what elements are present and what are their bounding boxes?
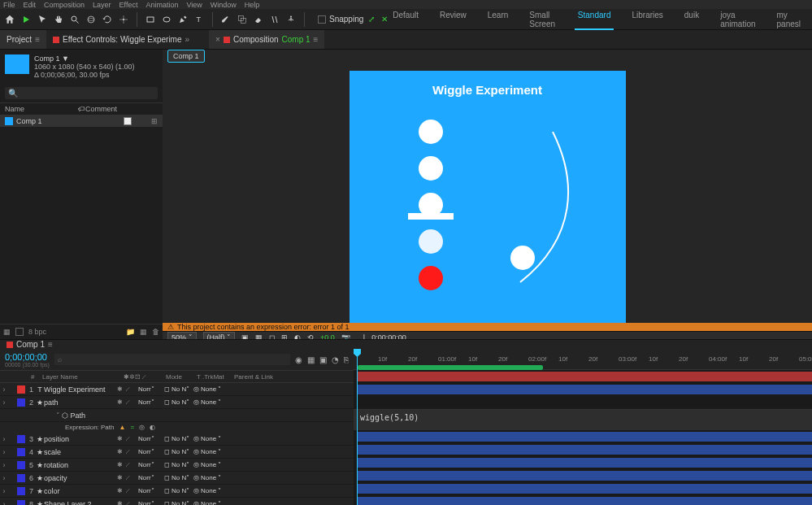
layer-name[interactable]: color bbox=[44, 487, 117, 495]
hand-tool-icon[interactable] bbox=[52, 13, 65, 26]
layer-parent[interactable]: ◎None ˅ bbox=[193, 487, 234, 494]
layer-property-row[interactable]: ˅⬡ Path bbox=[0, 409, 354, 422]
menu-layer[interactable]: Layer bbox=[93, 1, 111, 9]
layer-switches[interactable]: ✱ ⟋ bbox=[117, 398, 138, 406]
roto-tool-icon[interactable] bbox=[268, 13, 281, 26]
layer-bar-5[interactable] bbox=[358, 458, 812, 468]
expression-error-bar[interactable]: ⚠ This project contains an expression er… bbox=[163, 323, 812, 331]
layer-bar-8[interactable] bbox=[358, 497, 812, 505]
orbit-tool-icon[interactable] bbox=[85, 13, 98, 26]
expression-editor[interactable]: wiggle(5,10) bbox=[354, 409, 812, 430]
layer-switches[interactable]: ✱ ⟋ bbox=[117, 461, 138, 468]
pen-tool-icon[interactable] bbox=[176, 13, 189, 26]
graph-editor-icon[interactable]: ◔ bbox=[332, 355, 339, 364]
layer-parent[interactable]: ◎None ˅ bbox=[193, 398, 234, 406]
layer-bar-7[interactable] bbox=[358, 484, 812, 494]
layer-name[interactable]: position bbox=[44, 435, 117, 443]
expand-chevron-icon[interactable]: › bbox=[0, 448, 8, 456]
layer-switches[interactable]: ✱ ⟋ bbox=[117, 500, 138, 505]
brush-tool-icon[interactable] bbox=[219, 13, 232, 26]
layer-name[interactable]: scale bbox=[44, 448, 117, 456]
layer-name[interactable]: opacity bbox=[44, 474, 117, 482]
snapping-toggle[interactable]: Snapping ⤢ ✕ bbox=[318, 15, 389, 24]
timeline-layer-row[interactable]: ›3★position✱ ⟋Norr˅◻No N˅◎None ˅ bbox=[0, 433, 354, 446]
col-name[interactable]: Name bbox=[5, 105, 78, 113]
layer-color-label[interactable] bbox=[17, 448, 25, 456]
layer-mode-dropdown[interactable]: Norr˅ bbox=[138, 500, 164, 505]
menu-window[interactable]: Window bbox=[211, 1, 237, 9]
draft3d-icon[interactable]: ▦ bbox=[307, 355, 315, 364]
layer-trackmatte[interactable]: ◻No N˅ bbox=[164, 500, 193, 505]
layer-parent[interactable]: ◎None ˅ bbox=[193, 385, 234, 393]
col-mode[interactable]: Mode bbox=[166, 373, 197, 381]
expand-chevron-icon[interactable]: › bbox=[0, 435, 8, 443]
timeline-timecode[interactable]: 0;00;00;00 bbox=[5, 352, 50, 362]
rectangle-tool-icon[interactable] bbox=[144, 13, 157, 26]
layer-parent[interactable]: ◎None ˅ bbox=[193, 461, 234, 468]
timeline-tracks[interactable]: 10f20f01:00f10f20f02:00f10f20f03:00f10f2… bbox=[354, 349, 812, 505]
text-tool-icon[interactable]: T bbox=[193, 13, 206, 26]
timeline-layer-row[interactable]: ›4★scale✱ ⟋Norr˅◻No N˅◎None ˅ bbox=[0, 446, 354, 459]
layer-name[interactable]: Shape Layer 2 bbox=[44, 500, 117, 506]
expand-chevron-icon[interactable]: › bbox=[0, 398, 8, 407]
expand-chevron-icon[interactable]: › bbox=[0, 474, 8, 482]
layer-color-label[interactable] bbox=[17, 487, 25, 495]
anchor-tool-icon[interactable] bbox=[117, 13, 130, 26]
layer-color-label[interactable] bbox=[17, 474, 25, 482]
rotate-tool-icon[interactable] bbox=[101, 13, 114, 26]
expression-enable-icon[interactable]: = bbox=[130, 424, 134, 431]
col-trk[interactable]: T .TrkMat bbox=[197, 373, 234, 381]
bpc-label[interactable]: 8 bpc bbox=[28, 328, 46, 336]
timeline-layer-row[interactable]: ›2★path✱ ⟋Norr˅◻No N˅◎None ˅ bbox=[0, 396, 354, 409]
project-item-row[interactable]: Comp 1 ⊞ bbox=[0, 115, 163, 127]
menu-file[interactable]: File bbox=[3, 1, 15, 9]
layer-parent[interactable]: ◎None ˅ bbox=[193, 448, 234, 455]
composition-canvas[interactable]: Wiggle Experiment bbox=[350, 71, 626, 323]
timeline-layer-row[interactable]: ›6★opacity✱ ⟋Norr˅◻No N˅◎None ˅ bbox=[0, 472, 354, 485]
layer-name[interactable]: Wiggle Experiment bbox=[44, 385, 117, 394]
layer-color-label[interactable] bbox=[17, 435, 25, 443]
layer-bar-4[interactable] bbox=[358, 445, 812, 455]
layer-mode-dropdown[interactable]: Norr˅ bbox=[138, 398, 164, 406]
timeline-search-input[interactable] bbox=[54, 354, 290, 365]
eraser-tool-icon[interactable] bbox=[252, 13, 265, 26]
layer-trackmatte[interactable]: ◻No N˅ bbox=[164, 385, 193, 393]
bpc-toggle[interactable] bbox=[15, 328, 24, 336]
trash-icon[interactable]: 🗑 bbox=[152, 328, 159, 336]
layer-color-label[interactable] bbox=[17, 398, 25, 407]
new-folder-icon[interactable]: 📁 bbox=[126, 328, 135, 336]
workspace-small-screen[interactable]: Small Screen bbox=[526, 9, 560, 30]
layer-switches[interactable]: ✱ ⟋ bbox=[117, 474, 138, 481]
expand-chevron-icon[interactable]: › bbox=[0, 461, 8, 469]
layer-parent[interactable]: ◎None ˅ bbox=[193, 500, 234, 505]
snapping-icon-2[interactable]: ✕ bbox=[380, 15, 389, 24]
col-comment[interactable]: Comment bbox=[85, 105, 117, 113]
frame-blend-icon[interactable]: ▣ bbox=[319, 355, 327, 364]
layer-parent[interactable]: ◎None ˅ bbox=[193, 474, 234, 481]
project-search-input[interactable] bbox=[21, 89, 154, 98]
menu-view[interactable]: View bbox=[186, 1, 202, 9]
puppet-tool-icon[interactable] bbox=[284, 13, 297, 26]
layer-trackmatte[interactable]: ◻No N˅ bbox=[164, 487, 193, 494]
layer-switches[interactable]: ✱ ⟋ bbox=[117, 448, 138, 455]
col-layer-name[interactable]: Layer Name bbox=[42, 373, 124, 381]
layer-switches[interactable]: ✱ ⟋ bbox=[117, 435, 138, 442]
layer-mode-dropdown[interactable]: Norr˅ bbox=[138, 474, 164, 481]
project-search[interactable]: 🔍 bbox=[5, 87, 158, 99]
layer-trackmatte[interactable]: ◻No N˅ bbox=[164, 474, 193, 481]
layer-mode-dropdown[interactable]: Norr˅ bbox=[138, 487, 164, 494]
time-ruler[interactable]: 10f20f01:00f10f20f02:00f10f20f03:00f10f2… bbox=[354, 349, 812, 370]
workspace-learn[interactable]: Learn bbox=[484, 9, 512, 30]
layer-name[interactable]: rotation bbox=[44, 461, 117, 469]
workspace-libraries[interactable]: Libraries bbox=[628, 9, 666, 30]
viewer-comp-tab[interactable]: Comp 1 bbox=[167, 50, 205, 63]
col-parent[interactable]: Parent & Link bbox=[234, 373, 273, 381]
layer-switches[interactable]: ✱ ⟋ bbox=[117, 487, 138, 494]
effect-controls-tab[interactable]: Effect Controls: Wiggle Experime » bbox=[46, 30, 196, 49]
expression-warning-icon[interactable]: ▲ bbox=[119, 424, 125, 431]
menu-animation[interactable]: Animation bbox=[145, 1, 178, 9]
expression-menu-icon[interactable]: ◐ bbox=[150, 424, 155, 431]
flowchart-icon[interactable]: ⊞ bbox=[151, 117, 158, 125]
layer-trackmatte[interactable]: ◻No N˅ bbox=[164, 398, 193, 406]
menu-composition[interactable]: Composition bbox=[44, 1, 85, 9]
